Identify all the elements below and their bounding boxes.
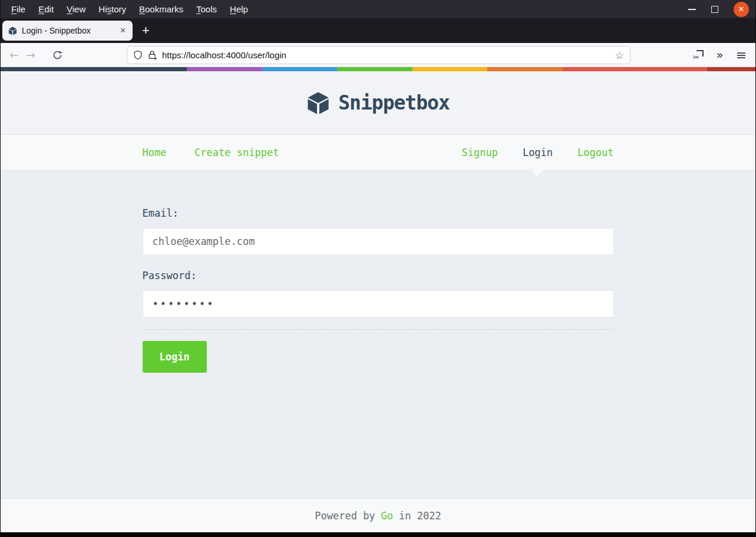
nav-home-link[interactable]: Home (143, 147, 167, 158)
password-field[interactable] (143, 290, 614, 317)
menu-edit[interactable]: Edit (32, 4, 60, 14)
nav-signup-link[interactable]: Signup (461, 147, 497, 158)
nav-login-link[interactable]: Login (523, 147, 553, 158)
browser-menubar: File Edit View History Bookmarks Tools H… (0, 0, 756, 18)
site-footer: Powered by Go in 2022 (0, 498, 756, 532)
stripe-segment (563, 67, 707, 71)
window-controls: ✕ (688, 0, 749, 18)
stripe-segment (187, 67, 262, 71)
stripe-segment (262, 67, 337, 71)
stripe-segment (487, 67, 563, 71)
stripe-segment (707, 67, 756, 71)
nav-logout-link[interactable]: Logout (577, 147, 613, 158)
app-menu-icon[interactable]: ≡ (733, 43, 750, 67)
email-field[interactable] (143, 228, 614, 255)
url-text[interactable]: https://localhost:4000/user/login (162, 50, 610, 60)
stripe-segment (337, 67, 412, 71)
login-form: Email: Password: Login (143, 207, 614, 373)
menu-view[interactable]: View (60, 4, 92, 14)
maximize-button[interactable] (711, 6, 718, 13)
overflow-menu-icon[interactable]: » (712, 43, 727, 67)
bookmark-star-icon[interactable]: ☆ (615, 49, 624, 61)
footer-go-link[interactable]: Go (381, 510, 393, 522)
nav-left-group: Home Create snippet (143, 147, 302, 158)
brand-title: Snippetbox (338, 91, 450, 114)
password-label: Password: (143, 270, 614, 281)
menu-bookmarks[interactable]: Bookmarks (133, 4, 190, 14)
forward-icon[interactable]: → (24, 43, 38, 67)
stripe-segment (412, 67, 487, 71)
rainbow-stripe (0, 67, 756, 71)
form-divider (143, 329, 614, 330)
reload-icon[interactable] (49, 43, 65, 67)
menu-help[interactable]: Help (223, 4, 255, 14)
main-content: Email: Password: Login (0, 171, 756, 498)
site-nav: Home Create snippet Signup Login Logout (0, 134, 756, 171)
nav-create-snippet-link[interactable]: Create snippet (194, 147, 279, 158)
lock-warning-icon[interactable] (147, 50, 157, 60)
browser-toolbar: ← → https://localhost:4000/user/login ☆ … (0, 43, 756, 67)
footer-text-before: Powered by (315, 510, 375, 522)
browser-tabbar: Login - Snippetbox × + (0, 18, 756, 43)
nav-login-label: Login (523, 147, 553, 158)
menu-file[interactable]: File (5, 4, 32, 14)
snippetbox-favicon-icon (8, 26, 17, 35)
login-submit-button[interactable]: Login (143, 341, 207, 373)
tab-title: Login - Snippetbox (22, 26, 114, 35)
minimize-button[interactable] (688, 9, 696, 10)
site-header: Snippetbox (0, 71, 756, 134)
menu-tools[interactable]: Tools (190, 4, 223, 14)
tab-login-snippetbox[interactable]: Login - Snippetbox × (2, 21, 133, 41)
menu-history[interactable]: History (92, 4, 133, 14)
tab-close-icon[interactable]: × (119, 25, 127, 36)
screenshot-icon[interactable]: ✂ (691, 43, 707, 67)
snippetbox-logo-icon (306, 91, 330, 115)
email-label: Email: (143, 207, 614, 219)
back-icon[interactable]: ← (7, 43, 21, 67)
close-window-button[interactable]: ✕ (734, 2, 749, 17)
new-tab-button[interactable]: + (142, 23, 150, 38)
nav-right-group: Signup Login Logout (461, 147, 613, 158)
url-bar[interactable]: https://localhost:4000/user/login ☆ (127, 46, 630, 64)
window-bottom-edge (0, 532, 756, 537)
stripe-segment (0, 67, 187, 71)
footer-text-after: in 2022 (399, 510, 441, 522)
tracking-shield-icon[interactable] (133, 50, 143, 60)
